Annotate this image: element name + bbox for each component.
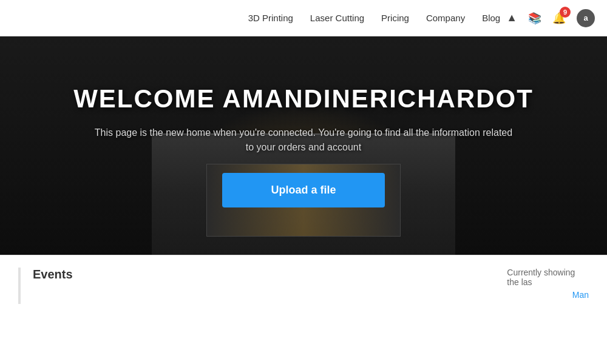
hero-title: WELCOME AMANDINERICHARDOT [73, 84, 534, 113]
hero-subtitle: This page is the new home when you're co… [91, 126, 516, 155]
events-manage-link[interactable]: Man [572, 290, 589, 300]
nav-links: 3D Printing Laser Cutting Pricing Compan… [248, 13, 501, 23]
bell-icon[interactable]: 🔔 9 [552, 12, 566, 25]
hero-section: WELCOME AMANDINERICHARDOT This page is t… [0, 36, 607, 255]
upload-icon[interactable]: ▲ [506, 12, 517, 24]
nav-item-pricing[interactable]: Pricing [381, 13, 409, 23]
nav-item-blog[interactable]: Blog [482, 13, 500, 23]
nav-icons: ▲ 📚 🔔 9 a [506, 9, 595, 27]
nav-item-laser-cutting[interactable]: Laser Cutting [310, 13, 364, 23]
upload-file-button[interactable]: Upload a file [222, 173, 384, 207]
events-section: Events Currently showing the las Man [0, 255, 607, 316]
events-left: Events [33, 268, 73, 281]
notification-badge: 9 [560, 7, 571, 18]
avatar[interactable]: a [577, 9, 595, 27]
events-showing-text: Currently showing the las [507, 268, 589, 287]
nav-item-3d-printing[interactable]: 3D Printing [248, 13, 293, 23]
events-title: Events [33, 268, 73, 281]
events-divider [18, 268, 21, 304]
library-icon[interactable]: 📚 [528, 12, 541, 25]
events-wrapper: Events [18, 268, 507, 304]
nav-item-company[interactable]: Company [426, 13, 465, 23]
hero-content: WELCOME AMANDINERICHARDOT This page is t… [49, 84, 558, 207]
header: 3D Printing Laser Cutting Pricing Compan… [0, 0, 607, 36]
events-right: Currently showing the las Man [507, 268, 589, 300]
